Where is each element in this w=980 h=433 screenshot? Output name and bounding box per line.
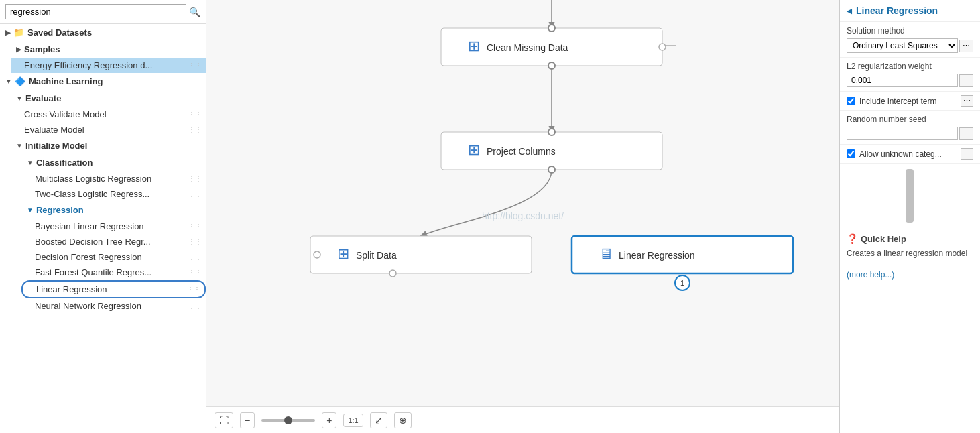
tree-area: ▶ 📁 Saved Datasets ▶ Samples Energy Effi… bbox=[0, 24, 206, 433]
decision-forest-item[interactable]: Decision Forest Regression ⋮⋮ bbox=[21, 249, 206, 265]
samples-header[interactable]: ▶ Samples bbox=[11, 41, 206, 58]
evaluate-label: Evaluate bbox=[25, 93, 61, 103]
canvas-area: ⊞ Clean Missing Data ⊞ Project Columns ⊞… bbox=[206, 0, 839, 433]
split-data-icon: ⊞ bbox=[337, 245, 349, 262]
cross-validate-label: Cross Validate Model bbox=[24, 109, 107, 119]
two-class-logistic-item[interactable]: Two-Class Logistic Regress... ⋮⋮ bbox=[21, 186, 206, 202]
regression-label: Regression bbox=[36, 205, 84, 215]
linear-regression-sidebar-item[interactable]: Linear Regression ⋮⋮ bbox=[21, 280, 206, 298]
one-to-one-button[interactable]: 1:1 bbox=[343, 414, 363, 427]
quick-help-section: ❓ Quick Help Creates a linear regression… bbox=[840, 228, 980, 285]
bayesian-linear-item[interactable]: Bayesian Linear Regression ⋮⋮ bbox=[21, 219, 206, 234]
drag-handle-bd: ⋮⋮ bbox=[188, 238, 202, 245]
energy-efficiency-label: Energy Efficiency Regression d... bbox=[24, 60, 152, 70]
fast-forest-label: Fast Forest Quantile Regres... bbox=[35, 267, 151, 277]
project-columns-top-port[interactable] bbox=[548, 129, 555, 135]
search-bar: 🔍 bbox=[0, 0, 206, 24]
drag-handle-energy: ⋮⋮ bbox=[188, 62, 202, 69]
random-seed-section: Random number seed ⋯ bbox=[840, 111, 980, 145]
linear-regression-sidebar-label: Linear Regression bbox=[36, 284, 107, 294]
right-scroll-handle[interactable] bbox=[906, 169, 914, 223]
solution-method-section: Solution method Ordinary Least Squares O… bbox=[840, 22, 980, 58]
random-seed-input[interactable] bbox=[847, 127, 958, 140]
watermark: http://blog.csdn.net/ bbox=[482, 210, 564, 221]
solution-method-select[interactable]: Ordinary Least Squares Online Gradient D… bbox=[847, 38, 958, 53]
seed-expand-btn[interactable]: ⋯ bbox=[959, 127, 973, 140]
search-input[interactable] bbox=[5, 4, 186, 19]
initialize-model-header[interactable]: ▼ Initialize Model bbox=[11, 137, 206, 154]
clean-missing-icon: ⊞ bbox=[468, 38, 480, 54]
zoom-slider[interactable] bbox=[261, 419, 315, 422]
two-class-logistic-label: Two-Class Logistic Regress... bbox=[35, 189, 149, 199]
decision-forest-label: Decision Forest Regression bbox=[35, 252, 142, 262]
allow-unknown-checkbox[interactable] bbox=[847, 149, 855, 158]
classification-section: ▼ Classification Multiclass Logistic Reg… bbox=[11, 154, 206, 202]
saved-datasets-header[interactable]: ▶ 📁 Saved Datasets bbox=[0, 24, 206, 41]
drag-handle-nn: ⋮⋮ bbox=[188, 302, 202, 310]
evaluate-model-item[interactable]: Evaluate Model ⋮⋮ bbox=[11, 122, 206, 137]
canvas-toolbar: ⛶ − + 1:1 ⤢ ⊕ bbox=[206, 406, 839, 433]
right-panel-title-text: Linear Regression bbox=[856, 5, 938, 16]
drag-handle-ml: ⋮⋮ bbox=[188, 175, 202, 182]
expand-button[interactable]: ⤢ bbox=[370, 412, 387, 428]
samples-arrow: ▶ bbox=[16, 46, 21, 53]
include-intercept-checkbox[interactable] bbox=[847, 97, 855, 105]
boosted-decision-label: Boosted Decision Tree Regr... bbox=[35, 237, 151, 247]
split-data-right-port[interactable] bbox=[389, 270, 396, 277]
multiclass-logistic-label: Multiclass Logistic Regression bbox=[35, 174, 151, 184]
l2-section: L2 regularization weight ⋯ bbox=[840, 58, 980, 92]
zoom-out-button[interactable]: − bbox=[240, 412, 255, 428]
evaluate-header[interactable]: ▼ Evaluate bbox=[11, 90, 206, 107]
evaluate-model-label: Evaluate Model bbox=[24, 125, 84, 135]
machine-learning-header[interactable]: ▼ 🔷 Machine Learning bbox=[0, 73, 206, 90]
samples-section: ▶ Samples Energy Efficiency Regression d… bbox=[0, 41, 206, 73]
bayesian-linear-label: Bayesian Linear Regression bbox=[35, 221, 144, 231]
question-icon: ❓ bbox=[847, 233, 858, 244]
initialize-model-label: Initialize Model bbox=[25, 141, 87, 151]
l2-expand-btn[interactable]: ⋯ bbox=[959, 74, 973, 87]
fit-button[interactable]: ⛶ bbox=[215, 412, 233, 428]
canvas-svg: ⊞ Clean Missing Data ⊞ Project Columns ⊞… bbox=[206, 0, 839, 433]
classification-header[interactable]: ▼ Classification bbox=[21, 154, 206, 171]
clean-missing-bottom-port[interactable] bbox=[548, 62, 555, 69]
clean-missing-label: Clean Missing Data bbox=[487, 42, 568, 53]
include-intercept-label: Include intercept term bbox=[859, 97, 957, 106]
project-columns-bottom-port[interactable] bbox=[548, 166, 555, 173]
regression-header[interactable]: ▼ Regression bbox=[21, 202, 206, 219]
solution-method-label: Solution method bbox=[847, 26, 973, 36]
badge-label: 1 bbox=[680, 279, 684, 287]
allow-unknown-expand-btn[interactable]: ⋯ bbox=[961, 148, 973, 160]
clean-missing-top-port[interactable] bbox=[548, 25, 555, 32]
drag-handle-em: ⋮⋮ bbox=[188, 126, 202, 133]
energy-efficiency-item[interactable]: Energy Efficiency Regression d... ⋮⋮ bbox=[11, 58, 206, 73]
split-data-left-port[interactable] bbox=[314, 251, 320, 258]
clean-missing-right-port[interactable] bbox=[659, 44, 666, 50]
class-arrow: ▼ bbox=[27, 159, 34, 166]
intercept-expand-btn[interactable]: ⋯ bbox=[961, 95, 973, 107]
project-columns-label: Project Columns bbox=[487, 146, 556, 157]
include-intercept-row: Include intercept term ⋯ bbox=[840, 92, 980, 111]
search-button[interactable]: 🔍 bbox=[189, 7, 200, 17]
evaluate-arrow: ▼ bbox=[16, 95, 23, 102]
multiclass-logistic-item[interactable]: Multiclass Logistic Regression ⋮⋮ bbox=[21, 171, 206, 186]
classification-label: Classification bbox=[36, 158, 93, 168]
fast-forest-item[interactable]: Fast Forest Quantile Regres... ⋮⋮ bbox=[21, 265, 206, 280]
samples-label: Samples bbox=[24, 44, 60, 54]
linear-regression-canvas-icon: 🖥 bbox=[599, 245, 613, 262]
drag-handle-ff: ⋮⋮ bbox=[188, 269, 202, 276]
boosted-decision-item[interactable]: Boosted Decision Tree Regr... ⋮⋮ bbox=[21, 234, 206, 249]
saved-datasets-icon: 📁 bbox=[13, 27, 24, 38]
left-panel: 🔍 ▶ 📁 Saved Datasets ▶ Samples Energy Ef… bbox=[0, 0, 206, 433]
machine-learning-label: Machine Learning bbox=[29, 76, 103, 86]
l2-input[interactable] bbox=[847, 74, 958, 87]
initialize-model-section: ▼ Initialize Model ▼ Classification Mult… bbox=[0, 137, 206, 314]
linear-regression-canvas-label: Linear Regression bbox=[619, 250, 695, 261]
solution-method-expand-btn[interactable]: ⋯ bbox=[959, 40, 973, 52]
zoom-in-button[interactable]: + bbox=[322, 412, 336, 428]
more-help-link[interactable]: (more help...) bbox=[847, 270, 894, 280]
crosshair-button[interactable]: ⊕ bbox=[394, 412, 412, 428]
cross-validate-item[interactable]: Cross Validate Model ⋮⋮ bbox=[11, 107, 206, 122]
drag-handle-cv: ⋮⋮ bbox=[188, 111, 202, 118]
neural-network-item[interactable]: Neural Network Regression ⋮⋮ bbox=[21, 298, 206, 314]
ml-arrow: ▼ bbox=[5, 78, 12, 85]
